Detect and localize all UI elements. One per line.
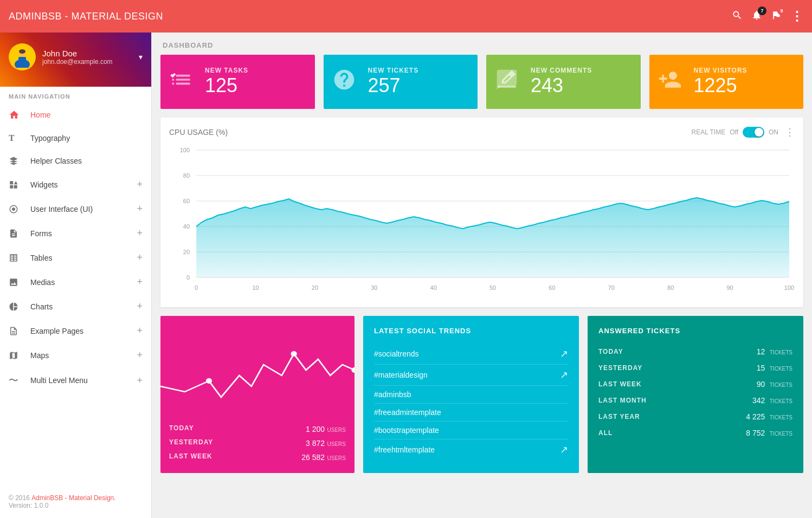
svg-text:80: 80 [667,284,674,291]
realtime-toggle-switch[interactable] [743,127,764,138]
chart-more-icon[interactable]: ⋮ [785,126,795,138]
user-chevron-icon[interactable]: ▾ [139,53,143,61]
sidebar-item-maps[interactable]: Maps + [0,343,151,367]
sidebar-item-home[interactable]: Home [0,103,151,127]
tasks-value: 125 [205,74,306,97]
tickets-icon [332,68,359,96]
tables-icon [9,253,24,263]
yesterday-label: YESTERDAY [169,438,213,448]
sparkline-svg [160,316,355,413]
social-tag-3: #freeadmintemplate [374,408,568,417]
sidebar-item-label-tables: Tables [30,254,137,262]
svg-text:10: 10 [252,284,259,291]
today-label: TODAY [169,424,194,434]
svg-rect-3 [18,57,26,61]
tasks-label: NEW TASKS [205,67,306,74]
sidebar-item-charts[interactable]: Charts + [0,294,151,319]
stat-card-new-tasks: NEW TASKS 125 [160,55,315,109]
tickets-label: NEW TICKETS [368,67,469,74]
flag-badge: 9 [777,7,786,15]
medias-expand-icon[interactable]: + [137,276,143,288]
notifications-badge: 7 [758,7,766,15]
sidebar-item-typography[interactable]: T Typography [0,127,151,150]
forms-expand-icon[interactable]: + [137,228,143,239]
ticket-label-1: YESTERDAY [598,364,642,372]
search-icon[interactable] [732,10,743,23]
social-tag-5: #freehtmltemplate [374,445,560,454]
sidebar-item-label-medias: Medias [30,278,137,287]
cpu-chart-svg: 100 80 60 40 20 0 0 10 20 30 40 50 60 70… [169,145,795,296]
tasks-info: NEW TASKS 125 [205,67,306,97]
notifications-icon[interactable]: 7 [751,10,762,23]
ui-icon [9,204,24,214]
multi-level-icon: 〜 [9,374,24,387]
svg-text:70: 70 [608,284,615,291]
sidebar-item-label-home: Home [30,111,143,119]
lastweek-value: 26 582 USERS [301,452,346,462]
charts-expand-icon[interactable]: + [137,301,143,312]
avatar [9,43,36,70]
tables-expand-icon[interactable]: + [137,252,143,263]
ticket-row-3: LAST MONTH 342 TICKETS [598,392,792,409]
comments-icon [495,68,522,96]
sidebar-item-widgets[interactable]: Widgets + [0,172,151,197]
svg-point-7 [12,208,15,211]
example-expand-icon[interactable]: + [137,325,143,336]
social-item-0: #socialtrends ↗ [374,344,568,365]
stat-card-new-tickets: NEW TICKETS 257 [324,55,478,109]
sidebar-item-example-pages[interactable]: Example Pages + [0,319,151,343]
social-item-3: #freeadmintemplate [374,404,568,422]
ticket-count-4: 4 225 TICKETS [746,412,792,422]
sparkline-dot-1 [206,378,212,384]
social-item-4: #bootstraptemplate [374,422,568,439]
tickets-value: 257 [368,74,469,97]
social-tag-4: #bootstraptemplate [374,426,568,435]
svg-text:40: 40 [183,223,190,230]
comments-info: NEW COMMENTS 243 [531,67,632,97]
ticket-row-5: ALL 8 752 TICKETS [598,425,792,441]
social-item-2: #adminbsb [374,386,568,404]
stat-card-new-comments: NEW COMMENTS 243 [486,55,641,109]
svg-text:20: 20 [312,284,318,291]
ticket-count-3: 342 TICKETS [752,396,792,405]
sidebar-item-tables[interactable]: Tables + [0,245,151,270]
top-navigation: ADMINBSB - MATERIAL DESIGN 7 9 ⋮ [0,0,812,33]
on-label: ON [769,128,778,136]
ticket-label-2: LAST WEEK [598,380,642,388]
ticket-count-0: 12 TICKETS [757,347,792,357]
sidebar-item-medias[interactable]: Medias + [0,270,151,294]
sidebar-item-ui[interactable]: User Interface (UI) + [0,197,151,221]
sidebar-item-helper-classes[interactable]: Helper Classes [0,150,151,172]
sparkline-row-yesterday: YESTERDAY 3 872 USERS [169,436,346,450]
sidebar-item-label-maps: Maps [30,351,137,360]
widgets-expand-icon[interactable]: + [137,179,143,190]
visitors-info: NEW VISITORS 1225 [694,67,795,97]
flag-icon[interactable]: 9 [771,10,782,23]
more-icon[interactable]: ⋮ [790,9,803,24]
user-email: john.doe@example.com [42,58,132,66]
multi-expand-icon[interactable]: + [137,375,143,386]
forms-icon [9,229,24,238]
app-title: ADMINBSB - MATERIAL DESIGN [9,11,732,22]
sparkline-card: TODAY 1 200 USERS YESTERDAY 3 872 USERS [160,316,355,473]
sidebar-item-label-example: Example Pages [30,327,137,335]
footer-link[interactable]: AdminBSB - Material Design. [31,494,115,502]
chart-header: CPU USAGE (%) REAL TIME Off ON ⋮ [169,126,795,138]
svg-text:50: 50 [489,284,496,291]
sidebar-item-multi-level[interactable]: 〜 Multi Level Menu + [0,367,151,393]
svg-text:40: 40 [430,284,437,291]
helper-classes-icon [9,156,24,166]
trend-arrow-0: ↗ [560,348,568,360]
yesterday-value: 3 872 USERS [306,438,346,448]
social-trends-card: LATEST SOCIAL TRENDS #socialtrends ↗ #ma… [363,316,579,473]
ticket-row-0: TODAY 12 TICKETS [598,344,792,360]
answered-tickets-title: ANSWERED TICKETS [598,327,792,335]
sidebar-item-label-multi: Multi Level Menu [30,376,137,385]
ui-expand-icon[interactable]: + [137,203,143,215]
visitors-value: 1225 [694,74,795,97]
maps-expand-icon[interactable]: + [137,349,143,361]
sidebar-item-forms[interactable]: Forms + [0,221,151,245]
sidebar: John Doe john.doe@example.com ▾ MAIN NAV… [0,33,152,518]
sidebar-footer: © 2016 AdminBSB - Material Design. Versi… [0,485,151,518]
user-details: John Doe john.doe@example.com [42,49,132,66]
